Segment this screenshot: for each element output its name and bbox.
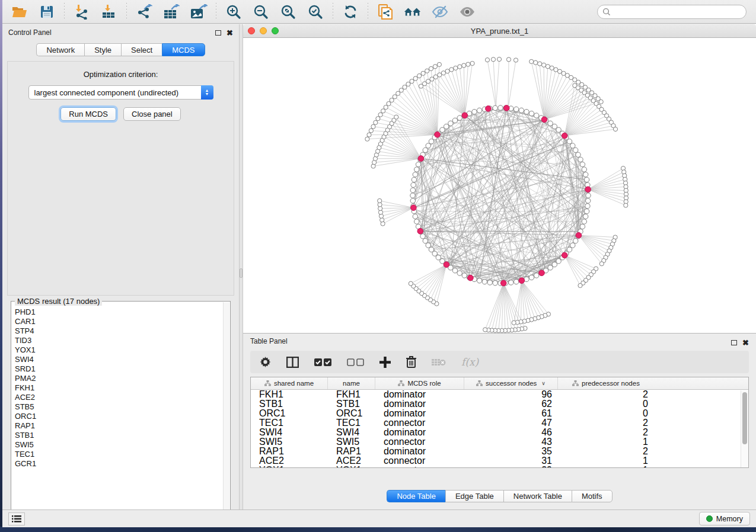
table-cell: YOX1 [328, 466, 375, 468]
close-panel-icon[interactable]: ✖ [227, 30, 233, 36]
close-table-panel-icon[interactable]: ✖ [742, 340, 749, 345]
table-cell: TEC1 [328, 418, 375, 428]
zoom-in-icon[interactable] [225, 3, 243, 21]
network-graph[interactable] [243, 38, 756, 333]
zoom-window-icon[interactable] [272, 27, 279, 34]
column-chooser-icon[interactable] [286, 357, 299, 368]
deselect-all-icon[interactable] [347, 358, 364, 366]
node-table[interactable]: shared namenameMCDS rolesuccessor nodes∨… [250, 377, 749, 468]
column-header-MCDS-role[interactable]: MCDS role [375, 377, 464, 389]
network-canvas[interactable] [243, 38, 756, 333]
column-header-name[interactable]: name [328, 377, 375, 389]
first-neighbors-icon[interactable] [404, 3, 422, 21]
table-cell: dominator [375, 409, 464, 418]
table-row[interactable]: STB1STB1dominator620 [251, 399, 748, 409]
zoom-fit-icon[interactable] [279, 3, 297, 21]
result-node-item[interactable]: GCR1 [15, 459, 223, 469]
show-all-icon[interactable] [458, 3, 476, 21]
refresh-icon[interactable] [342, 3, 359, 21]
table-scrollbar[interactable] [741, 390, 748, 467]
import-network-icon[interactable] [73, 3, 91, 21]
sort-descending-icon: ∨ [541, 380, 546, 386]
export-table-icon[interactable] [162, 3, 180, 21]
tab-motifs[interactable]: Motifs [572, 490, 613, 502]
export-network-icon[interactable] [135, 3, 153, 21]
task-history-button[interactable] [8, 512, 25, 525]
tab-style[interactable]: Style [84, 43, 121, 56]
float-panel-icon[interactable] [215, 30, 221, 36]
table-row[interactable]: TEC1TEC1connector472 [251, 418, 748, 428]
result-node-item[interactable]: SWI5 [15, 440, 223, 450]
tab-select[interactable]: Select [121, 43, 162, 56]
float-table-panel-icon[interactable] [731, 340, 737, 345]
result-node-item[interactable]: PMA2 [15, 374, 223, 383]
table-cell: 0 [558, 409, 654, 418]
settings-gear-icon[interactable] [260, 357, 271, 368]
result-node-item[interactable]: SRD1 [15, 364, 223, 374]
result-node-item[interactable]: STB5 [15, 402, 223, 412]
result-node-item[interactable]: YOX1 [15, 345, 223, 355]
result-node-item[interactable]: STB1 [15, 431, 223, 440]
import-table-icon[interactable] [100, 3, 118, 21]
table-row[interactable]: SWI4SWI4dominator462 [251, 428, 748, 437]
table-scrollbar-thumb[interactable] [742, 392, 747, 444]
column-header-successor-nodes[interactable]: successor nodes∨ [464, 377, 558, 389]
duplicate-network-icon[interactable] [377, 3, 394, 21]
delete-column-icon[interactable] [406, 356, 416, 368]
table-tabs: Node TableEdge TableNetwork TableMotifs [243, 490, 756, 502]
minimize-window-icon[interactable] [260, 27, 267, 34]
table-cell: 96 [464, 390, 558, 399]
column-header-predecessor-nodes[interactable]: predecessor nodes [558, 377, 654, 389]
criterion-dropdown[interactable]: largest connected component (undirected)… [28, 85, 213, 100]
close-window-icon[interactable] [248, 27, 255, 34]
splitter-grip[interactable] [240, 268, 243, 278]
table-row[interactable]: ACE2ACE2connector311 [251, 456, 748, 466]
table-cell: connector [375, 437, 464, 447]
add-column-icon[interactable] [379, 357, 391, 368]
result-node-item[interactable]: TEC1 [15, 450, 223, 459]
zoom-out-icon[interactable] [252, 3, 270, 21]
table-row[interactable]: FKH1FKH1dominator962 [251, 390, 748, 399]
table-cell: 43 [464, 437, 558, 447]
tab-node-table[interactable]: Node Table [387, 490, 445, 502]
mcds-result-list[interactable]: PHD1CAR1STP4TID3YOX1SWI4SRD1PMA2FKH1ACE2… [15, 307, 223, 518]
result-scrollbar[interactable] [223, 302, 229, 519]
export-image-icon[interactable] [190, 3, 208, 21]
table-row[interactable]: RAP1RAP1dominator352 [251, 447, 748, 456]
column-header-shared-name[interactable]: shared name [251, 377, 328, 389]
open-file-icon[interactable] [11, 3, 28, 21]
select-all-icon[interactable] [314, 358, 331, 366]
table-cell: TEC1 [251, 418, 328, 428]
tab-mcds[interactable]: MCDS [162, 43, 205, 56]
zoom-selected-icon[interactable] [307, 3, 324, 21]
table-cell: dominator [375, 399, 464, 409]
result-node-item[interactable]: SWI4 [15, 355, 223, 364]
vertical-splitter[interactable] [239, 24, 243, 509]
table-row[interactable]: YOX1YOX1connector291 [251, 466, 748, 468]
save-icon[interactable] [38, 3, 56, 21]
result-node-item[interactable]: PHD1 [15, 307, 223, 317]
network-titlebar[interactable]: YPA_prune.txt_1 [243, 24, 756, 38]
result-node-item[interactable]: CAR1 [15, 317, 223, 326]
table-cell: YOX1 [251, 466, 328, 468]
hide-selected-icon[interactable] [431, 3, 449, 21]
tab-edge-table[interactable]: Edge Table [445, 490, 503, 502]
table-row[interactable]: SWI5SWI5connector431 [251, 437, 748, 447]
result-node-item[interactable]: STP4 [15, 326, 223, 336]
search-input[interactable] [597, 5, 747, 19]
tab-network-table[interactable]: Network Table [503, 490, 572, 502]
table-cell-empty [654, 447, 748, 456]
tab-network[interactable]: Network [36, 43, 84, 56]
table-cell: dominator [375, 428, 464, 437]
result-node-item[interactable]: RAP1 [15, 421, 223, 431]
run-mcds-button[interactable]: Run MCDS [60, 107, 116, 121]
result-node-item[interactable]: ORC1 [15, 412, 223, 421]
close-panel-button[interactable]: Close panel [123, 107, 181, 121]
table-cell-empty [654, 456, 748, 466]
memory-button[interactable]: Memory [699, 512, 750, 525]
result-node-item[interactable]: ACE2 [15, 393, 223, 402]
table-row[interactable]: ORC1ORC1dominator610 [251, 409, 748, 418]
control-panel-tabs: NetworkStyleSelectMCDS [2, 43, 239, 56]
result-node-item[interactable]: FKH1 [15, 383, 223, 393]
result-node-item[interactable]: TID3 [15, 336, 223, 345]
